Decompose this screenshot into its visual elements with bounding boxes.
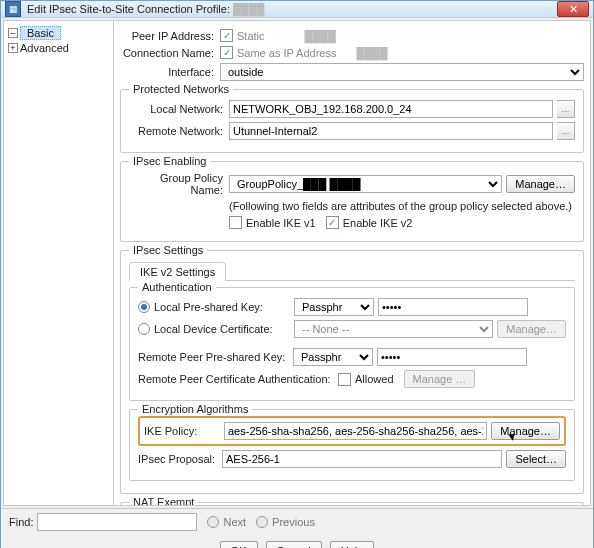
remote-network-label: Remote Network:	[129, 125, 229, 137]
window-title: Edit IPsec Site-to-Site Connection Profi…	[27, 3, 264, 15]
nav-tree: – Basic + Advanced	[4, 21, 114, 505]
tree-toggle-icon[interactable]: +	[8, 43, 18, 53]
next-label: Next	[223, 516, 246, 528]
tab-ike-v2[interactable]: IKE v2 Settings	[129, 262, 226, 281]
group-policy-note: (Following two fields are attributes of …	[229, 200, 572, 212]
enable-ike-v1-label: Enable IKE v1	[246, 217, 316, 229]
remote-network-input[interactable]	[229, 122, 553, 140]
previous-icon	[256, 516, 268, 528]
allowed-checkbox[interactable]: ✓	[338, 373, 351, 386]
authentication-group: Authentication Local Pre-shared Key: Pas…	[129, 287, 575, 401]
ok-button[interactable]: OK	[220, 541, 258, 548]
connection-name-value: ████	[356, 47, 387, 59]
local-network-input[interactable]	[229, 100, 553, 118]
enable-ike-v2-label: Enable IKE v2	[343, 217, 413, 229]
ipsec-enabling-legend: IPsec Enabling	[129, 155, 210, 167]
ipsec-enabling-group: IPsec Enabling Group Policy Name: GroupP…	[120, 161, 584, 242]
close-icon[interactable]: ✕	[557, 1, 589, 17]
peer-ip-label: Peer IP Address:	[120, 30, 220, 42]
static-checkbox: ✓	[220, 29, 233, 42]
peer-ip-value: ████	[305, 30, 336, 42]
tree-toggle-icon[interactable]: –	[8, 28, 18, 38]
next-icon	[207, 516, 219, 528]
interface-label: Interface:	[120, 66, 220, 78]
local-cert-radio[interactable]	[138, 323, 150, 335]
ipsec-proposal-input[interactable]	[222, 450, 502, 468]
tree-label-advanced: Advanced	[20, 42, 69, 54]
tree-item-advanced[interactable]: + Advanced	[6, 41, 111, 55]
encryption-group: Encryption Algorithms IKE Policy: Manage…	[129, 409, 575, 481]
interface-select[interactable]: outside	[220, 63, 584, 81]
allowed-label: Allowed	[355, 373, 394, 385]
protected-legend: Protected Networks	[129, 83, 233, 95]
remote-cert-label: Remote Peer Certificate Authentication:	[138, 373, 338, 385]
remote-cert-manage-button: Manage …	[404, 370, 476, 388]
protected-networks-group: Protected Networks Local Network: … Remo…	[120, 89, 584, 153]
app-icon: ▦	[5, 1, 21, 17]
local-psk-radio[interactable]	[138, 301, 150, 313]
local-cert-select[interactable]: -- None --	[294, 320, 493, 338]
local-psk-label: Local Pre-shared Key:	[154, 301, 294, 313]
remote-psk-type-select[interactable]: Passphrase	[293, 348, 373, 366]
nat-exempt-group: NAT Exempt Nat Exemption configuration c…	[120, 502, 584, 505]
encryption-legend: Encryption Algorithms	[138, 403, 252, 415]
tree-item-basic[interactable]: – Basic	[6, 25, 111, 41]
find-previous-button[interactable]: Previous	[256, 516, 315, 528]
ipsec-settings-legend: IPsec Settings	[129, 244, 207, 256]
local-network-picker[interactable]: …	[557, 100, 575, 118]
local-cert-manage-button: Manage…	[497, 320, 566, 338]
ike-policy-manage-button[interactable]: Manage…	[491, 422, 560, 440]
remote-network-picker[interactable]: …	[557, 122, 575, 140]
cancel-button[interactable]: Cancel	[266, 541, 322, 548]
local-cert-label: Local Device Certificate:	[154, 323, 294, 335]
title-text: Edit IPsec Site-to-Site Connection Profi…	[27, 3, 230, 15]
group-policy-manage-button[interactable]: Manage…	[506, 175, 575, 193]
local-network-label: Local Network:	[129, 103, 229, 115]
help-button[interactable]: Help	[330, 541, 375, 548]
connection-name-label: Connection Name:	[120, 47, 220, 59]
titlebar: ▦ Edit IPsec Site-to-Site Connection Pro…	[1, 1, 593, 18]
auth-legend: Authentication	[138, 281, 216, 293]
remote-psk-input[interactable]	[377, 348, 527, 366]
ike-policy-label: IKE Policy:	[144, 425, 224, 437]
find-bar: Find: Next Previous	[1, 508, 593, 535]
title-value: ████	[233, 3, 264, 15]
find-input[interactable]	[37, 513, 197, 531]
tree-label-basic: Basic	[20, 26, 61, 40]
find-next-button[interactable]: Next	[207, 516, 246, 528]
local-psk-type-select[interactable]: Passphrase	[294, 298, 374, 316]
group-policy-select[interactable]: GroupPolicy_███ ████	[229, 175, 502, 193]
remote-psk-label: Remote Peer Pre-shared Key:	[138, 351, 293, 363]
ipsec-settings-group: IPsec Settings IKE v2 Settings Authentic…	[120, 250, 584, 494]
find-label: Find:	[9, 516, 33, 528]
ipsec-proposal-select-button[interactable]: Select…	[506, 450, 566, 468]
ike-policy-input[interactable]	[224, 422, 487, 440]
content-panel: Peer IP Address: ✓ Static ████ Connectio…	[114, 21, 590, 505]
static-text: Static	[237, 30, 265, 42]
previous-label: Previous	[272, 516, 315, 528]
group-policy-label: Group Policy Name:	[129, 172, 229, 196]
ipsec-proposal-label: IPsec Proposal:	[138, 453, 222, 465]
dialog-buttons: OK Cancel Help	[1, 535, 593, 548]
enable-ike-v1-checkbox[interactable]: ✓	[229, 216, 242, 229]
enable-ike-v2-checkbox[interactable]: ✓	[326, 216, 339, 229]
same-ip-text: Same as IP Address	[237, 47, 336, 59]
nat-legend: NAT Exempt	[129, 496, 198, 505]
local-psk-input[interactable]	[378, 298, 528, 316]
same-ip-checkbox: ✓	[220, 46, 233, 59]
